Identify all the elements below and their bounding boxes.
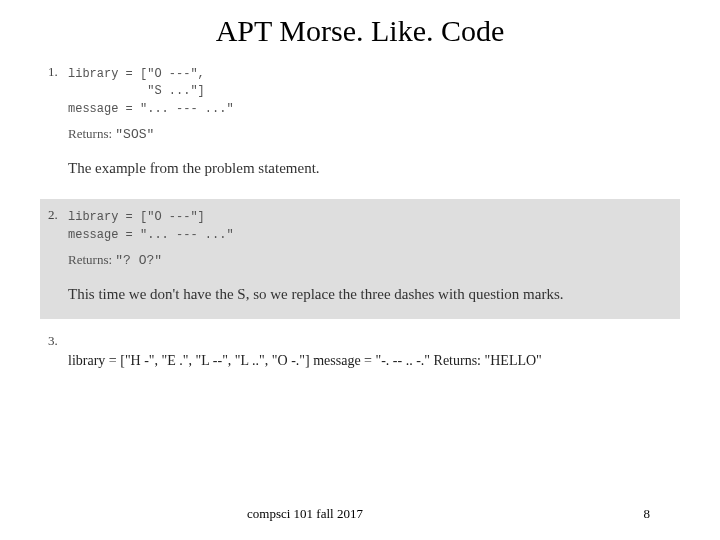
slide-title: APT Morse. Like. Code [0,0,720,56]
example-3-number: 3. [48,333,58,349]
content-area: 1. library = ["O ---", "S ..."] message … [0,56,720,379]
example-1: 1. library = ["O ---", "S ..."] message … [40,56,680,193]
example-2-number: 2. [48,207,58,223]
footer: compsci 101 fall 2017 8 [0,506,720,522]
example-2-returns-value: "? O?" [115,253,162,268]
example-2-returns-label: Returns: [68,252,112,267]
example-2: 2. library = ["O ---"] message = "... --… [40,199,680,319]
example-1-number: 1. [48,64,58,80]
example-3: 3. library = ["H -", "E .", "L --", "L .… [40,325,680,379]
example-1-returns: Returns: "SOS" [68,126,668,142]
example-1-code: library = ["O ---", "S ..."] message = "… [68,66,668,118]
footer-center: compsci 101 fall 2017 [0,506,610,522]
example-3-line: library = ["H -", "E .", "L --", "L ..",… [68,353,668,369]
example-2-returns: Returns: "? O?" [68,252,668,268]
example-2-code: library = ["O ---"] message = "... --- .… [68,209,668,244]
example-1-returns-value: "SOS" [115,127,154,142]
example-1-returns-label: Returns: [68,126,112,141]
example-2-explain: This time we don't have the S, so we rep… [68,286,668,303]
example-1-explain: The example from the problem statement. [68,160,668,177]
footer-page-number: 8 [610,506,650,522]
